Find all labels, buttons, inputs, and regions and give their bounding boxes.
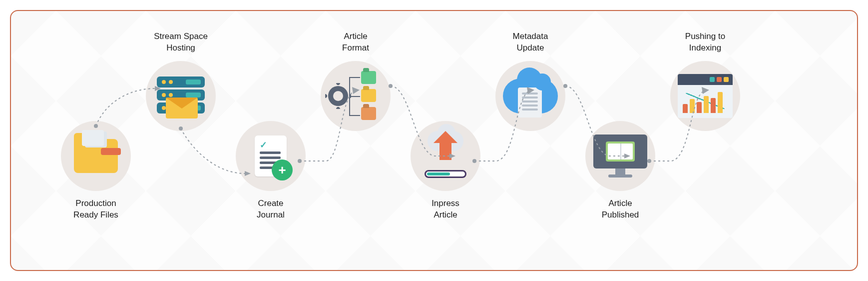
dashboard-chart-icon (670, 61, 740, 131)
upload-icon (411, 121, 480, 191)
monitor-book-icon (585, 121, 655, 191)
server-stack-icon (146, 61, 216, 131)
workflow-diagram: Production Ready Files Stream Space Host… (10, 10, 858, 271)
step-label: Production Ready Files (51, 198, 141, 221)
document-plus-icon: ✓ + (236, 121, 306, 191)
step-metadata-update: Metadata Update (485, 31, 575, 131)
folder-icon (61, 121, 131, 191)
step-stream-space-hosting: Stream Space Hosting (136, 31, 226, 131)
gear-tree-icon (321, 61, 391, 131)
step-label: Article Format (311, 31, 401, 54)
step-label: Pushing to Indexing (660, 31, 750, 54)
step-label: Create Journal (226, 198, 316, 221)
step-article-published: Article Published (575, 121, 665, 221)
step-create-journal: ✓ + Create Journal (226, 121, 316, 221)
step-label: Inpress Article (401, 198, 490, 221)
cloud-document-icon (495, 61, 565, 131)
step-label: Metadata Update (485, 31, 575, 54)
step-label: Stream Space Hosting (136, 31, 226, 54)
step-inpress-article: Inpress Article (401, 121, 490, 221)
step-pushing-to-indexing: Pushing to Indexing (660, 31, 750, 131)
step-article-format: Article Format (311, 31, 401, 131)
step-label: Article Published (575, 198, 665, 221)
step-production-ready-files: Production Ready Files (51, 121, 141, 221)
